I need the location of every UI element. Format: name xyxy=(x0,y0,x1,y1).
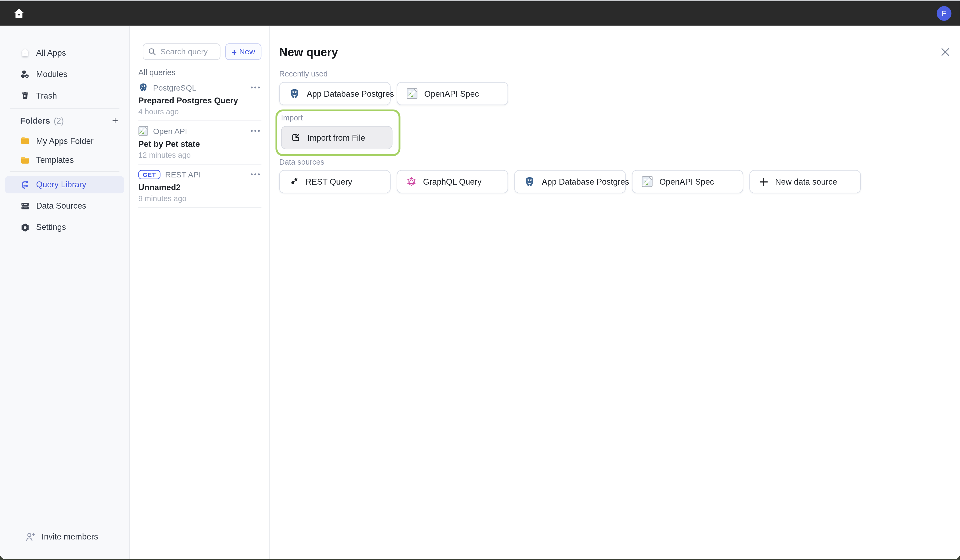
avatar[interactable]: F xyxy=(937,6,952,21)
sidebar-item-settings[interactable]: Settings xyxy=(5,219,124,236)
sidebar-divider xyxy=(10,171,120,172)
query-timestamp: 12 minutes ago xyxy=(138,150,261,160)
sidebar-item-label: Settings xyxy=(36,223,66,232)
query-type-label: Open API xyxy=(153,126,187,136)
folders-label: Folders xyxy=(20,116,50,125)
rest-query-card[interactable]: REST Query xyxy=(279,170,391,193)
recent-openapi-spec-card[interactable]: OpenAPI Spec xyxy=(397,82,508,105)
app-window: F All Apps Modules xyxy=(0,0,960,559)
query-type-label: REST API xyxy=(165,170,201,179)
card-label: OpenAPI Spec xyxy=(424,89,479,98)
query-list-header: All queries xyxy=(138,68,261,78)
card-label: REST Query xyxy=(306,177,352,186)
image-placeholder-icon xyxy=(406,88,418,99)
sidebar-item-label: Trash xyxy=(36,91,57,100)
add-folder-icon[interactable]: + xyxy=(112,115,118,126)
graphql-icon xyxy=(406,177,416,187)
modules-icon xyxy=(20,69,30,79)
sidebar-item-modules[interactable]: Modules xyxy=(5,65,124,83)
sidebar-item-label: My Apps Folder xyxy=(36,136,93,145)
postgresql-icon xyxy=(524,176,535,187)
sidebar-item-label: Data Sources xyxy=(36,201,86,210)
new-query-button[interactable]: + New xyxy=(226,43,261,60)
query-list-item[interactable]: PostgreSQL Prepared Postgres Query 4 hou… xyxy=(138,78,261,121)
sidebar-item-my-apps-folder[interactable]: My Apps Folder xyxy=(5,132,124,149)
query-title: Pet by Pet state xyxy=(138,139,261,149)
new-query-panel: New query Recently used App Database Pos… xyxy=(270,26,960,559)
close-icon[interactable] xyxy=(939,46,952,58)
query-timestamp: 4 hours ago xyxy=(138,107,261,117)
query-item-meta: PostgreSQL xyxy=(138,82,261,93)
sidebar-item-label: Templates xyxy=(36,155,74,164)
more-options-icon[interactable] xyxy=(249,128,261,133)
card-label: OpenAPI Spec xyxy=(659,177,714,186)
image-placeholder-icon xyxy=(642,176,653,187)
database-icon xyxy=(20,201,30,211)
folders-count: (2) xyxy=(54,116,64,125)
query-timestamp: 9 minutes ago xyxy=(138,194,261,204)
search-input[interactable] xyxy=(160,47,216,56)
get-method-badge: GET xyxy=(138,170,160,179)
folders-header: Folders (2) + xyxy=(5,113,124,128)
sidebar-item-data-sources[interactable]: Data Sources xyxy=(5,197,124,214)
sidebar: All Apps Modules Trash Folders xyxy=(0,26,130,559)
card-label: Import from File xyxy=(307,133,365,142)
recently-used-row: App Database Postgres OpenAPI Spec xyxy=(279,82,960,105)
query-list-item[interactable]: Open API Pet by Pet state 12 minutes ago xyxy=(138,121,261,164)
topbar: F xyxy=(0,1,960,26)
sidebar-item-label: Query Library xyxy=(36,180,86,189)
search-box[interactable] xyxy=(142,43,221,60)
image-placeholder-icon xyxy=(138,126,148,136)
postgresql-icon xyxy=(138,83,148,93)
sidebar-item-label: All Apps xyxy=(36,48,66,57)
app-database-postgres-card[interactable]: App Database Postgres xyxy=(514,170,626,193)
invite-members-button[interactable]: Invite members xyxy=(10,528,120,545)
card-label: GraphQL Query xyxy=(423,177,482,186)
query-title: Unnamed2 xyxy=(138,182,261,193)
more-options-icon[interactable] xyxy=(249,172,261,177)
graphql-query-card[interactable]: GraphQL Query xyxy=(397,170,508,193)
openapi-spec-card[interactable]: OpenAPI Spec xyxy=(632,170,743,193)
import-section-highlight: Import Import from File xyxy=(275,110,400,156)
sidebar-item-trash[interactable]: Trash xyxy=(5,87,124,104)
sidebar-item-templates[interactable]: Templates xyxy=(5,151,124,168)
import-icon xyxy=(291,133,301,142)
recent-app-database-postgres-card[interactable]: App Database Postgres xyxy=(279,82,391,105)
postgresql-icon xyxy=(289,88,300,99)
home-outline-icon xyxy=(20,48,30,57)
card-label: App Database Postgres xyxy=(307,89,394,98)
query-type-label: PostgreSQL xyxy=(153,83,197,92)
invite-members-label: Invite members xyxy=(42,532,98,541)
folder-icon xyxy=(20,136,30,146)
main-row: All Apps Modules Trash Folders xyxy=(0,26,960,559)
home-icon[interactable] xyxy=(13,8,25,20)
more-options-icon[interactable] xyxy=(249,85,261,90)
trash-icon xyxy=(20,91,30,101)
query-item-meta: GET REST API xyxy=(138,169,261,180)
sidebar-item-label: Modules xyxy=(36,70,67,78)
query-list-panel: + New All queries PostgreSQL xyxy=(130,26,270,559)
query-item-meta: Open API xyxy=(138,126,261,136)
card-label: App Database Postgres xyxy=(542,177,629,186)
import-from-file-button[interactable]: Import from File xyxy=(281,126,392,149)
query-list-item[interactable]: GET REST API Unnamed2 9 minutes ago xyxy=(138,164,261,208)
search-icon xyxy=(147,47,157,56)
query-title: Prepared Postgres Query xyxy=(138,96,261,106)
sidebar-item-query-library[interactable]: Query Library xyxy=(5,176,124,193)
sidebar-divider xyxy=(10,108,120,109)
recently-used-label: Recently used xyxy=(279,70,960,79)
page-title: New query xyxy=(279,46,960,59)
plus-icon: + xyxy=(232,47,237,57)
stage: F All Apps Modules xyxy=(0,0,960,560)
sidebar-item-all-apps[interactable]: All Apps xyxy=(5,44,124,61)
folder-icon xyxy=(20,155,30,165)
gear-icon xyxy=(20,222,30,232)
data-sources-label: Data sources xyxy=(279,158,960,167)
card-label: New data source xyxy=(775,177,837,186)
data-sources-row: REST Query GraphQL Query App Database Po… xyxy=(279,170,960,193)
new-data-source-card[interactable]: New data source xyxy=(749,170,861,193)
plus-icon xyxy=(759,177,768,186)
import-label: Import xyxy=(281,114,392,123)
query-library-icon xyxy=(20,180,30,190)
add-user-icon xyxy=(25,531,35,542)
